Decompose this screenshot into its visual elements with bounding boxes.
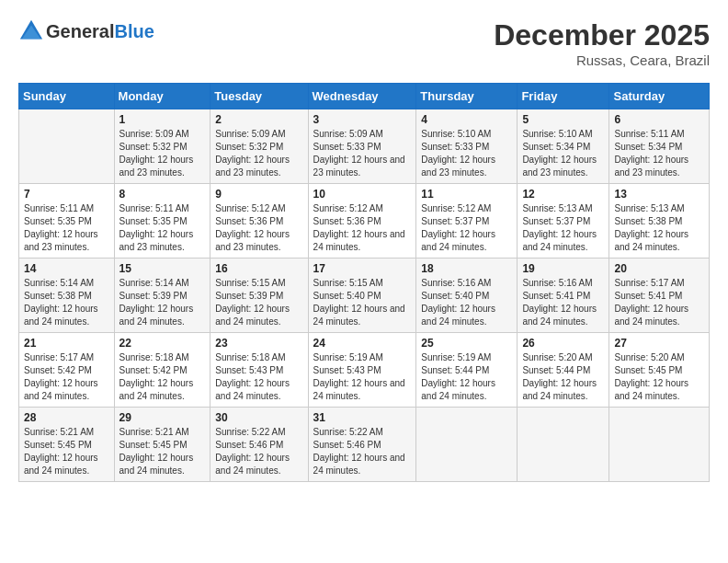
day-number: 3 [313,113,412,126]
calendar-cell: 20 Sunrise: 5:17 AMSunset: 5:41 PMDaylig… [609,259,710,333]
day-number: 17 [313,262,412,275]
day-number: 9 [215,188,302,201]
day-number: 1 [119,113,206,126]
calendar-cell: 13 Sunrise: 5:13 AMSunset: 5:38 PMDaylig… [609,184,710,259]
day-number: 28 [24,411,109,424]
day-info: Sunrise: 5:13 AMSunset: 5:38 PMDaylight:… [614,202,704,254]
day-info: Sunrise: 5:15 AMSunset: 5:40 PMDaylight:… [313,277,412,328]
day-info: Sunrise: 5:17 AMSunset: 5:42 PMDaylight:… [24,351,109,403]
day-info: Sunrise: 5:12 AMSunset: 5:37 PMDaylight:… [421,202,512,254]
day-number: 19 [522,262,604,275]
location: Russas, Ceara, Brazil [494,52,710,68]
day-number: 23 [215,337,302,350]
header-row: SundayMondayTuesdayWednesdayThursdayFrid… [19,84,710,109]
col-header-tuesday: Tuesday [210,84,308,109]
calendar-cell: 15 Sunrise: 5:14 AMSunset: 5:39 PMDaylig… [114,259,210,333]
day-number: 22 [119,337,206,350]
day-info: Sunrise: 5:19 AMSunset: 5:44 PMDaylight:… [421,351,512,403]
calendar-cell: 9 Sunrise: 5:12 AMSunset: 5:36 PMDayligh… [210,184,308,259]
day-number: 5 [522,113,604,126]
day-info: Sunrise: 5:13 AMSunset: 5:37 PMDaylight:… [522,202,604,254]
calendar-cell: 26 Sunrise: 5:20 AMSunset: 5:44 PMDaylig… [518,333,609,408]
day-info: Sunrise: 5:16 AMSunset: 5:41 PMDaylight:… [522,277,604,328]
calendar-cell: 30 Sunrise: 5:22 AMSunset: 5:46 PMDaylig… [210,408,308,482]
day-info: Sunrise: 5:09 AMSunset: 5:33 PMDaylight:… [313,128,412,179]
col-header-thursday: Thursday [416,84,518,109]
calendar-cell: 7 Sunrise: 5:11 AMSunset: 5:35 PMDayligh… [19,184,115,259]
calendar-cell: 22 Sunrise: 5:18 AMSunset: 5:42 PMDaylig… [114,333,210,408]
day-info: Sunrise: 5:21 AMSunset: 5:45 PMDaylight:… [24,426,109,477]
day-info: Sunrise: 5:14 AMSunset: 5:38 PMDaylight:… [24,277,109,328]
calendar-cell: 17 Sunrise: 5:15 AMSunset: 5:40 PMDaylig… [308,259,416,333]
day-number: 2 [215,113,302,126]
calendar-cell: 24 Sunrise: 5:19 AMSunset: 5:43 PMDaylig… [308,333,416,408]
day-number: 27 [614,337,704,350]
day-number: 13 [614,188,704,201]
calendar-cell: 2 Sunrise: 5:09 AMSunset: 5:32 PMDayligh… [210,109,308,184]
logo-general: General [46,21,114,42]
calendar-cell: 27 Sunrise: 5:20 AMSunset: 5:45 PMDaylig… [609,333,710,408]
day-number: 6 [614,113,704,126]
day-info: Sunrise: 5:16 AMSunset: 5:40 PMDaylight:… [421,277,512,328]
day-info: Sunrise: 5:18 AMSunset: 5:42 PMDaylight:… [119,351,206,403]
day-number: 4 [421,113,512,126]
day-number: 30 [215,411,302,424]
day-number: 25 [421,337,512,350]
col-header-saturday: Saturday [609,84,710,109]
day-info: Sunrise: 5:22 AMSunset: 5:46 PMDaylight:… [215,426,302,477]
calendar-cell: 14 Sunrise: 5:14 AMSunset: 5:38 PMDaylig… [19,259,115,333]
calendar-cell: 3 Sunrise: 5:09 AMSunset: 5:33 PMDayligh… [308,109,416,184]
calendar-cell: 23 Sunrise: 5:18 AMSunset: 5:43 PMDaylig… [210,333,308,408]
day-info: Sunrise: 5:17 AMSunset: 5:41 PMDaylight:… [614,277,704,328]
day-number: 12 [522,188,604,201]
week-row-4: 21 Sunrise: 5:17 AMSunset: 5:42 PMDaylig… [19,333,710,408]
calendar-cell [19,109,115,184]
day-number: 21 [24,337,109,350]
day-number: 20 [614,262,704,275]
day-info: Sunrise: 5:20 AMSunset: 5:45 PMDaylight:… [614,351,704,403]
calendar-cell: 29 Sunrise: 5:21 AMSunset: 5:45 PMDaylig… [114,408,210,482]
day-number: 26 [522,337,604,350]
calendar-cell: 31 Sunrise: 5:22 AMSunset: 5:46 PMDaylig… [308,408,416,482]
logo-blue: Blue [114,21,154,42]
title-section: December 2025 Russas, Ceara, Brazil [494,18,710,68]
calendar-cell: 11 Sunrise: 5:12 AMSunset: 5:37 PMDaylig… [416,184,518,259]
day-number: 16 [215,262,302,275]
col-header-friday: Friday [518,84,609,109]
day-info: Sunrise: 5:11 AMSunset: 5:35 PMDaylight:… [24,202,109,254]
day-info: Sunrise: 5:12 AMSunset: 5:36 PMDaylight:… [215,202,302,254]
week-row-1: 1 Sunrise: 5:09 AMSunset: 5:32 PMDayligh… [19,109,710,184]
day-info: Sunrise: 5:11 AMSunset: 5:35 PMDaylight:… [119,202,206,254]
day-info: Sunrise: 5:10 AMSunset: 5:34 PMDaylight:… [522,128,604,179]
month-title: December 2025 [494,18,710,52]
day-info: Sunrise: 5:15 AMSunset: 5:39 PMDaylight:… [215,277,302,328]
day-number: 24 [313,337,412,350]
col-header-monday: Monday [114,84,210,109]
day-number: 15 [119,262,206,275]
calendar-cell: 8 Sunrise: 5:11 AMSunset: 5:35 PMDayligh… [114,184,210,259]
page-header: General Blue December 2025 Russas, Ceara… [18,18,710,68]
day-number: 7 [24,188,109,201]
calendar-cell: 18 Sunrise: 5:16 AMSunset: 5:40 PMDaylig… [416,259,518,333]
col-header-wednesday: Wednesday [308,84,416,109]
week-row-2: 7 Sunrise: 5:11 AMSunset: 5:35 PMDayligh… [19,184,710,259]
day-info: Sunrise: 5:09 AMSunset: 5:32 PMDaylight:… [119,128,206,179]
calendar-cell [609,408,710,482]
day-info: Sunrise: 5:14 AMSunset: 5:39 PMDaylight:… [119,277,206,328]
logo-icon [18,18,44,44]
day-info: Sunrise: 5:09 AMSunset: 5:32 PMDaylight:… [215,128,302,179]
day-info: Sunrise: 5:11 AMSunset: 5:34 PMDaylight:… [614,128,704,179]
week-row-3: 14 Sunrise: 5:14 AMSunset: 5:38 PMDaylig… [19,259,710,333]
calendar-cell: 28 Sunrise: 5:21 AMSunset: 5:45 PMDaylig… [19,408,115,482]
calendar-cell: 5 Sunrise: 5:10 AMSunset: 5:34 PMDayligh… [518,109,609,184]
day-info: Sunrise: 5:20 AMSunset: 5:44 PMDaylight:… [522,351,604,403]
calendar-cell: 19 Sunrise: 5:16 AMSunset: 5:41 PMDaylig… [518,259,609,333]
calendar-cell [416,408,518,482]
day-number: 14 [24,262,109,275]
day-info: Sunrise: 5:21 AMSunset: 5:45 PMDaylight:… [119,426,206,477]
calendar-cell: 1 Sunrise: 5:09 AMSunset: 5:32 PMDayligh… [114,109,210,184]
day-number: 18 [421,262,512,275]
calendar-cell: 12 Sunrise: 5:13 AMSunset: 5:37 PMDaylig… [518,184,609,259]
calendar-cell: 6 Sunrise: 5:11 AMSunset: 5:34 PMDayligh… [609,109,710,184]
col-header-sunday: Sunday [19,84,115,109]
